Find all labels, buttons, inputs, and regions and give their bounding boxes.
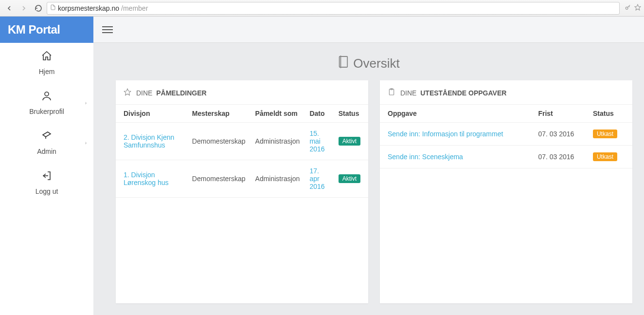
date-link[interactable]: 17. apr 2016	[309, 167, 324, 190]
cell-championship: Demomesterskap	[187, 123, 250, 160]
col-division: Divisjon	[116, 105, 187, 123]
division-link[interactable]: 2. Divisjon Kjenn Samfunnshus	[124, 133, 174, 149]
menu-toggle-button[interactable]	[102, 24, 113, 35]
registrations-card: DINE PÅMELDINGER Divisjon Mesterskap Påm…	[116, 80, 368, 303]
col-date: Dato	[304, 105, 333, 123]
browser-url-bar[interactable]: korpsmesterskap.no/member	[47, 2, 620, 15]
user-icon	[41, 90, 53, 105]
col-status: Status	[334, 105, 368, 123]
division-link[interactable]: 1. Divisjon Lørenskog hus	[124, 171, 169, 186]
sidebar-item-admin[interactable]: Admin ›	[0, 123, 93, 163]
url-host: korpsmesterskap.no	[58, 4, 119, 12]
sidebar-item-label: Logg ut	[36, 187, 58, 195]
sidebar-item-label: Admin	[37, 148, 56, 155]
chevron-right-icon: ›	[85, 100, 87, 106]
col-deadline: Frist	[533, 105, 588, 123]
ticket-icon	[41, 130, 53, 145]
clipboard-icon	[388, 88, 395, 97]
home-icon	[41, 50, 53, 65]
col-task: Oppgave	[380, 105, 533, 123]
topbar	[93, 17, 644, 43]
task-link[interactable]: Sende inn: Sceneskjema	[388, 153, 463, 161]
card-title-light: DINE	[136, 89, 152, 97]
sidebar-item-label: Brukerprofil	[29, 108, 64, 115]
logout-icon	[41, 170, 53, 185]
table-row: 1. Divisjon Lørenskog hus Demomesterskap…	[116, 160, 368, 198]
task-link[interactable]: Sende inn: Informasjon til programmet	[388, 130, 503, 138]
page-header: Oversikt	[93, 43, 644, 80]
page-title: Oversikt	[353, 56, 399, 71]
svg-point-2	[45, 92, 49, 96]
page-icon	[50, 4, 56, 12]
url-path: /member	[121, 4, 148, 12]
tasks-card: DINE UTESTÅENDE OPPGAVER Oppgave Frist S…	[380, 80, 632, 303]
sidebar-item-label: Hjem	[39, 68, 55, 75]
card-title-bold: PÅMELDINGER	[156, 89, 206, 97]
cell-registered-as: Administrasjon	[250, 123, 305, 160]
card-title-light: DINE	[400, 89, 416, 97]
col-championship: Mesterskap	[187, 105, 250, 123]
sidebar-item-logout[interactable]: Logg ut	[0, 163, 93, 203]
status-badge: Utkast	[593, 130, 617, 138]
card-title-bold: UTESTÅENDE OPPGAVER	[420, 89, 506, 97]
tasks-table: Oppgave Frist Status Sende inn: Informas…	[380, 104, 632, 168]
registrations-table: Divisjon Mesterskap Påmeldt som Dato Sta…	[116, 104, 368, 198]
browser-forward-button[interactable]	[18, 2, 30, 15]
browser-chrome: korpsmesterskap.no/member	[0, 0, 644, 17]
table-row: Sende inn: Sceneskjema 07. 03 2016 Utkas…	[380, 146, 632, 168]
col-status: Status	[588, 105, 632, 123]
sidebar: KM Portal Hjem Brukerprofil › Admin ›	[0, 17, 93, 315]
cell-championship: Demomesterskap	[187, 160, 250, 198]
browser-back-button[interactable]	[3, 2, 16, 15]
status-badge: Aktivt	[339, 174, 360, 183]
table-row: 2. Divisjon Kjenn Samfunnshus Demomester…	[116, 123, 368, 160]
cell-deadline: 07. 03 2016	[533, 123, 588, 146]
cell-registered-as: Administrasjon	[250, 160, 305, 198]
main: Oversikt DINE PÅMELDINGER	[93, 17, 644, 315]
app: KM Portal Hjem Brukerprofil › Admin ›	[0, 17, 644, 315]
table-row: Sende inn: Informasjon til programmet 07…	[380, 123, 632, 146]
content: DINE PÅMELDINGER Divisjon Mesterskap Påm…	[93, 80, 644, 315]
cell-deadline: 07. 03 2016	[533, 146, 588, 168]
sidebar-item-profile[interactable]: Brukerprofil ›	[0, 83, 93, 123]
status-badge: Aktivt	[339, 137, 360, 146]
overview-icon	[338, 56, 348, 72]
browser-reload-button[interactable]	[32, 2, 45, 15]
svg-marker-1	[635, 4, 641, 10]
col-registered-as: Påmeldt som	[250, 105, 305, 123]
star-icon	[124, 88, 131, 97]
brand-logo[interactable]: KM Portal	[0, 17, 93, 43]
key-icon[interactable]	[625, 4, 631, 12]
date-link[interactable]: 15. mai 2016	[309, 130, 324, 153]
chevron-right-icon: ›	[85, 140, 87, 146]
status-badge: Utkast	[593, 152, 617, 161]
svg-marker-5	[124, 89, 130, 95]
sidebar-item-home[interactable]: Hjem	[0, 43, 93, 83]
bookmark-star-icon[interactable]	[634, 4, 641, 12]
